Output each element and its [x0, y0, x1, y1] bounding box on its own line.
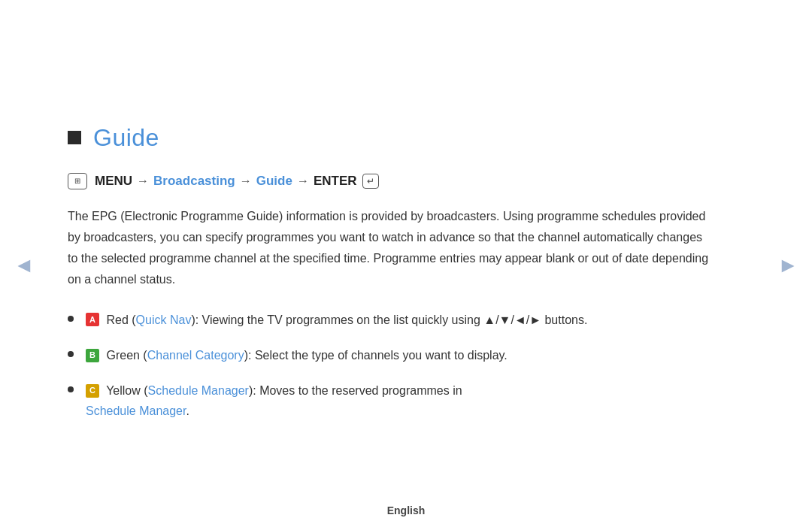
right-arrow-icon: ►: [777, 253, 798, 277]
menu-icon-symbol: ⊞: [74, 177, 80, 185]
color-name-green: Green: [106, 349, 139, 362]
breadcrumb: ⊞ MENU → Broadcasting → Guide → ENTER ↵: [68, 173, 744, 189]
breadcrumb-arrow-3: →: [297, 174, 309, 188]
bullet-dot: [68, 351, 74, 357]
description-text: The EPG (Electronic Programme Guide) inf…: [68, 206, 714, 290]
list-item: C Yellow (Schedule Manager): Moves to th…: [68, 380, 744, 421]
breadcrumb-arrow-2: →: [240, 174, 252, 188]
list-item: A Red (Quick Nav): Viewing the TV progra…: [68, 310, 744, 330]
bullet-3-desc: : Moves to the reserved programmes in: [253, 384, 462, 397]
bullet-content-1: A Red (Quick Nav): Viewing the TV progra…: [86, 310, 744, 330]
bullet-dot: [68, 386, 74, 392]
link-schedule-manager[interactable]: Schedule Manager: [148, 384, 249, 397]
left-arrow-icon: ◄: [14, 253, 35, 277]
title-row: Guide: [68, 124, 744, 152]
link-channel-category[interactable]: Channel Category: [147, 349, 244, 362]
bullet-content-3: C Yellow (Schedule Manager): Moves to th…: [86, 380, 744, 421]
main-content: Guide ⊞ MENU → Broadcasting → Guide → EN…: [68, 94, 744, 437]
enter-icon: ↵: [362, 174, 379, 189]
title-square-icon: [68, 131, 81, 144]
menu-label: MENU: [95, 174, 132, 189]
nav-arrow-left[interactable]: ◄: [14, 253, 35, 277]
badge-green: B: [86, 349, 99, 362]
breadcrumb-broadcasting[interactable]: Broadcasting: [153, 174, 235, 189]
bullet-2-desc: : Select the type of channels you want t…: [248, 349, 508, 362]
bullet-dot: [68, 316, 74, 322]
page-container: ◄ ► Guide ⊞ MENU → Broadcasting → Guide …: [0, 0, 812, 530]
breadcrumb-guide[interactable]: Guide: [256, 174, 292, 189]
color-name-red: Red: [106, 313, 128, 326]
nav-arrow-right[interactable]: ►: [777, 253, 798, 277]
bullet-1-desc: : Viewing the TV programmes on the list …: [195, 313, 588, 326]
enter-label: ENTER: [314, 174, 357, 189]
color-name-yellow: Yellow: [106, 384, 141, 397]
footer-language: English: [387, 504, 426, 516]
bullet-content-2: B Green (Channel Category): Select the t…: [86, 345, 744, 365]
breadcrumb-arrow-1: →: [137, 174, 149, 188]
bullet-3-trailing: .: [186, 404, 189, 417]
menu-icon: ⊞: [68, 173, 87, 189]
feature-list: A Red (Quick Nav): Viewing the TV progra…: [68, 310, 744, 422]
badge-yellow: C: [86, 384, 99, 398]
badge-red: A: [86, 313, 99, 326]
list-item: B Green (Channel Category): Select the t…: [68, 345, 744, 365]
link-quick-nav[interactable]: Quick Nav: [136, 313, 192, 326]
page-title: Guide: [93, 124, 159, 152]
link-schedule-manager-2[interactable]: Schedule Manager: [86, 404, 186, 417]
